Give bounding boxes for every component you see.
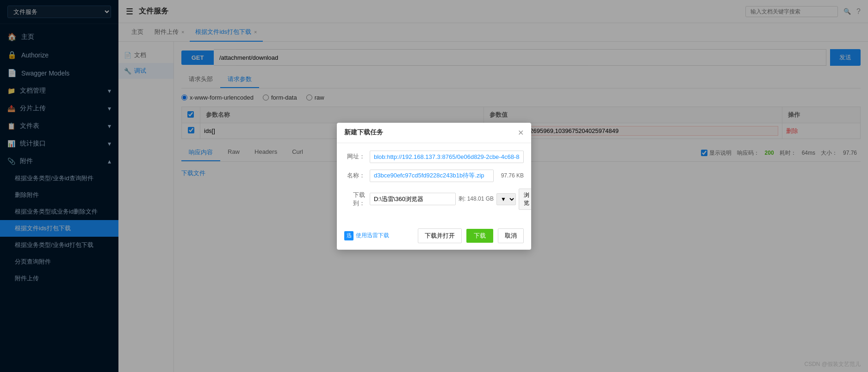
- modal-path-row: 下载到： 剩: 148.01 GB ▼ 浏览: [344, 189, 524, 210]
- modal-footer: 迅 使用迅雷下载 下载并打开 下载 取消: [337, 224, 531, 250]
- modal-url-row: 网址：: [344, 151, 524, 163]
- cancel-button[interactable]: 取消: [498, 228, 524, 243]
- modal-path-label: 下载到：: [344, 191, 365, 208]
- thunder-download-link[interactable]: 迅 使用迅雷下载: [344, 231, 413, 240]
- modal-name-input[interactable]: [370, 170, 494, 182]
- modal-name-label: 名称：: [344, 171, 365, 180]
- download-and-open-button[interactable]: 下载并打开: [418, 228, 462, 243]
- modal-body: 网址： 名称： 97.76 KB 下载到： 剩: 148.01 GB ▼ 浏览: [337, 143, 531, 224]
- modal-browse-button[interactable]: 浏览: [519, 189, 531, 210]
- thunder-icon: 迅: [344, 231, 353, 240]
- modal-path-input[interactable]: [370, 193, 456, 205]
- modal-path-group: 剩: 148.01 GB ▼ 浏览: [370, 189, 531, 210]
- modal-url-label: 网址：: [344, 152, 365, 161]
- modal-disk: 剩: 148.01 GB: [459, 195, 494, 203]
- download-button[interactable]: 下载: [466, 229, 493, 243]
- modal-url-input[interactable]: [370, 151, 524, 163]
- modal-close-button[interactable]: ✕: [518, 128, 524, 137]
- modal-overlay: 新建下载任务 ✕ 网址： 名称： 97.76 KB 下载到： 剩: 148.01…: [0, 0, 868, 372]
- modal-size: 97.76 KB: [501, 172, 524, 179]
- modal-title: 新建下载任务: [344, 128, 383, 137]
- modal-disk-select[interactable]: ▼: [496, 193, 516, 205]
- modal-name-row: 名称： 97.76 KB: [344, 170, 524, 182]
- download-modal: 新建下载任务 ✕ 网址： 名称： 97.76 KB 下载到： 剩: 148.01…: [337, 123, 531, 250]
- thunder-label: 使用迅雷下载: [356, 232, 389, 240]
- modal-header: 新建下载任务 ✕: [337, 123, 531, 143]
